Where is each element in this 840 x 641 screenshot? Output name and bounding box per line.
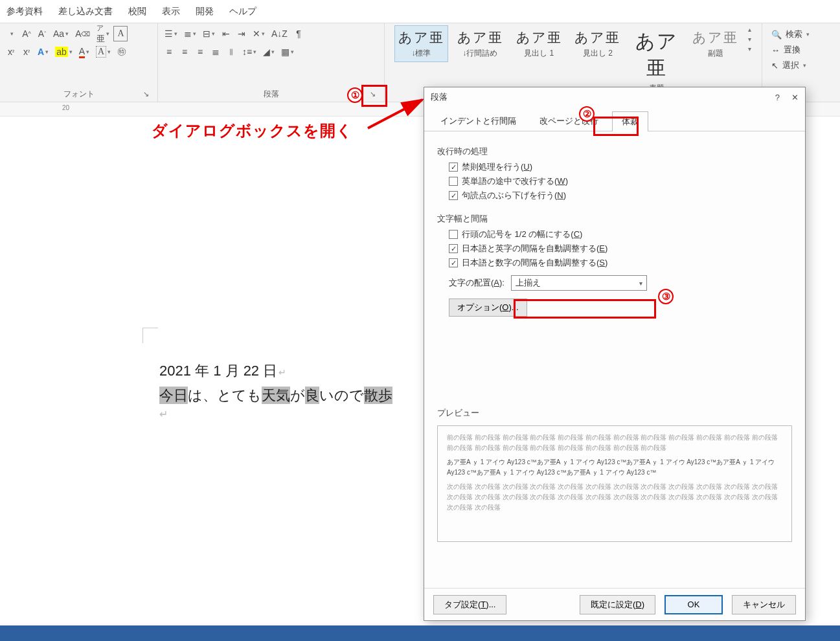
accel-key: W [557,176,565,186]
checkbox-label: 句読点のぶら下げを行う( [462,190,557,200]
dialog-close-button[interactable]: ✕ [791,93,799,102]
asian-layout-button[interactable]: ✕ [250,26,267,41]
shading-button[interactable]: ◢ [260,44,277,60]
highlight-button[interactable]: ab [52,44,75,60]
checkbox-kinsoku[interactable]: 禁則処理を行う(U) [449,161,792,173]
style-name: ↓行間詰め [454,48,506,62]
align-right-button[interactable]: ≡ [193,44,207,60]
checkbox-icon[interactable] [449,258,458,267]
style-sample: あア亜 [571,26,624,48]
text-alignment-combo[interactable]: 上揃え ▾ [511,275,647,291]
tab-help[interactable]: ヘルプ [229,6,256,17]
shrink-font-button[interactable]: Aˇ [35,26,49,41]
tab-view[interactable]: 表示 [162,6,180,17]
select-button[interactable]: ↖選択▾ [771,60,831,71]
checkbox-jpn-eng-autospace[interactable]: 日本語と英字の間隔を自動調整する(E) [449,243,792,254]
change-case-button[interactable]: Aa [51,26,71,41]
dialog-titlebar[interactable]: 段落 ? ✕ [424,87,805,107]
decrease-indent-button[interactable]: ⇤ [219,26,233,41]
checkbox-icon[interactable] [449,177,458,186]
replace-button[interactable]: ↔置換 [771,44,831,56]
enclose-circle-button[interactable]: ㊕ [115,44,129,60]
doc-line-date[interactable]: 2021 年 1 月 22 日↵ [159,361,392,381]
section-linebreak: 改行時の処理 [437,146,792,157]
increase-indent-button[interactable]: ⇥ [234,26,249,41]
doc-date-text[interactable]: 2021 年 1 月 22 日 [159,363,277,379]
tabs-button[interactable]: タブ設定(T)... [433,595,506,614]
style-subtitle[interactable]: あア亜 副題 [689,26,742,62]
multilevel-list-button[interactable]: ⊟ [200,26,218,41]
ok-button[interactable]: OK [664,595,723,614]
align-left-button[interactable]: ≡ [162,44,176,60]
doc-word[interactable]: 良 [305,387,319,404]
tab-mailings[interactable]: 差し込み文書 [58,6,113,17]
tabs-suffix: )... [486,600,495,609]
style-nospacing[interactable]: あア亜 ↓行間詰め [454,26,506,62]
page-corner [142,328,158,343]
doc-word[interactable]: が [290,387,305,404]
subscript-button[interactable]: x² [4,44,18,60]
doc-word[interactable]: 散歩 [364,387,392,404]
doc-word[interactable]: いので [319,387,364,404]
styles-gallery-scroll[interactable]: ▴▾▾ [748,26,751,52]
cancel-button[interactable]: キャンセル [732,595,796,614]
accel-key: S [599,258,605,267]
sort-button[interactable]: A↓Z [269,26,290,41]
clear-formatting-button[interactable]: A⌫ [73,26,93,41]
checkbox-icon[interactable] [449,244,458,253]
font-dialog-launcher[interactable]: ↘ [139,87,152,100]
style-sample: あア亜 [630,26,683,83]
paren: ) [605,258,607,267]
font-combo[interactable] [4,26,18,41]
style-name: 見出し 2 [571,48,624,62]
tab-review[interactable]: 校閲 [128,6,146,17]
section-charspacing: 文字幅と間隔 [437,213,792,225]
style-title[interactable]: あア亜 表題 [630,26,683,96]
set-default-button[interactable]: 既定に設定(D) [580,595,655,614]
find-button[interactable]: 🔍検索▾ [771,28,831,40]
char-shading-button[interactable]: A [93,44,113,60]
style-heading1[interactable]: あア亜 見出し 1 [513,26,565,62]
doc-word[interactable]: 天気 [262,387,290,404]
font-color-button[interactable]: A [76,44,92,60]
tab-references[interactable]: 参考資料 [6,6,43,17]
show-marks-button[interactable]: ¶ [291,26,306,41]
document-content[interactable]: 2021 年 1 月 22 日↵ 今日は、とても天気が良いので散歩 [159,361,392,405]
doc-word[interactable]: は、とても [188,387,262,404]
numbering-button[interactable]: ≣ [181,26,199,41]
distributed-button[interactable]: ⫴ [224,44,238,60]
style-heading2[interactable]: あア亜 見出し 2 [571,26,624,62]
enclose-characters-button[interactable]: A [113,26,128,41]
checkbox-hanging[interactable]: 句読点のぶら下げを行う(N) [449,190,792,201]
justify-button[interactable]: ≣ [209,44,223,60]
checkbox-icon[interactable] [449,230,458,239]
dialog-footer: タブ設定(T)... 既定に設定(D) OK キャンセル [424,588,805,620]
preview-pane: 前の段落 前の段落 前の段落 前の段落 前の段落 前の段落 前の段落 前の段落 … [437,425,792,542]
line-spacing-button[interactable]: ↕≡ [240,44,259,60]
doc-word[interactable]: 今日 [159,387,188,404]
annotation-box-combo [514,299,656,319]
doc-line-body[interactable]: 今日は、とても天気が良いので散歩 [159,386,392,405]
checkbox-icon[interactable] [449,163,458,172]
dialog-help-button[interactable]: ? [775,93,780,102]
tab-developer[interactable]: 開発 [196,6,214,17]
checkbox-icon[interactable] [449,191,458,200]
checkbox-halfwidth[interactable]: 行頭の記号を 1/2 の幅にする(C) [449,229,792,240]
align-center-button[interactable]: ≡ [177,44,192,60]
superscript-button[interactable]: x² [19,44,34,60]
find-label: 検索 [786,28,802,40]
text-effects-button[interactable]: A [35,44,51,60]
style-normal[interactable]: あア亜 ↓標準 [395,26,448,62]
checkbox-jpn-num-autospace[interactable]: 日本語と数字の間隔を自動調整する(S) [449,257,792,269]
phonetic-guide-button[interactable]: ア亜 [94,26,112,41]
bullets-button[interactable]: ☰ [162,26,180,41]
checkbox-engwordwrap[interactable]: 英単語の途中で改行する(W) [449,175,792,187]
cursor-icon: ↖ [771,61,778,71]
accel-key: N [557,190,563,200]
dialog-tab-indent[interactable]: インデントと行間隔 [431,111,526,131]
checkbox-label: 日本語と数字の間隔を自動調整する( [462,258,599,267]
annotation-circle-3: ③ [658,289,674,304]
grow-font-button[interactable]: A^ [19,26,34,41]
borders-button[interactable]: ▦ [278,44,297,60]
style-name: 副題 [689,48,742,62]
